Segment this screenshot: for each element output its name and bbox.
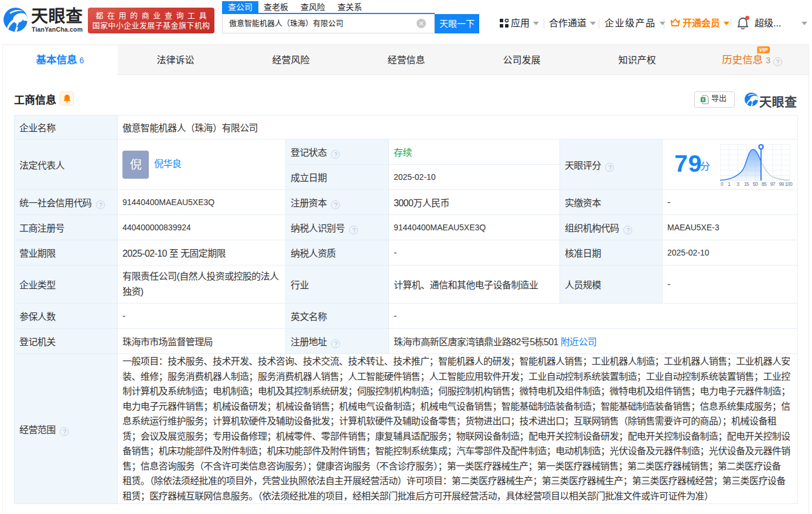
svg-text:85: 85 bbox=[762, 181, 767, 187]
svg-text:15: 15 bbox=[744, 181, 749, 187]
svg-text:0: 0 bbox=[721, 181, 724, 187]
svg-text:1: 1 bbox=[728, 181, 731, 187]
svg-text:3: 3 bbox=[736, 181, 739, 187]
svg-text:100: 100 bbox=[785, 181, 793, 187]
svg-text:99: 99 bbox=[779, 181, 784, 187]
svg-text:97: 97 bbox=[770, 181, 776, 187]
svg-text:50: 50 bbox=[753, 181, 758, 187]
